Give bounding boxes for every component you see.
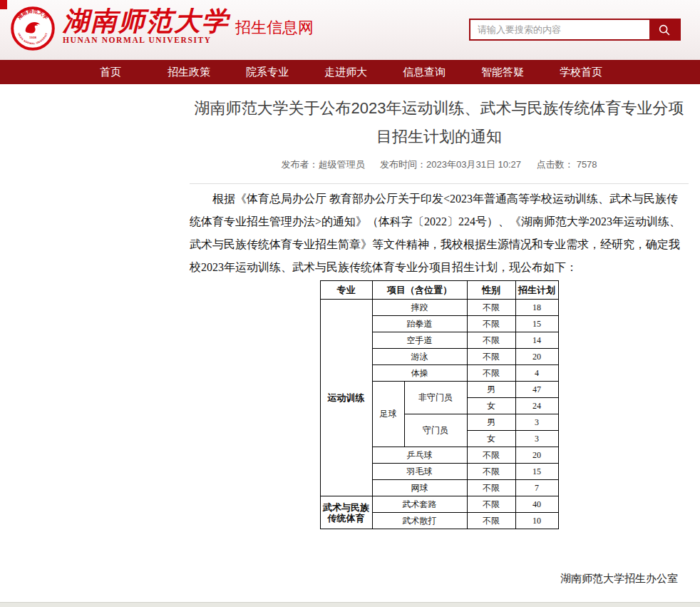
table-cell: 守门员 [404, 414, 467, 447]
table-cell: 网球 [372, 480, 467, 496]
table-row: 专业项目（含位置）性别招生计划 [320, 281, 558, 300]
table-cell: 不限 [467, 464, 515, 480]
table-cell: 不限 [467, 332, 515, 349]
publish-time: 发布时间：2023年03月31日 10:27 [380, 159, 521, 170]
table-header-cell: 招生计划 [515, 281, 558, 300]
table-header-cell: 性别 [467, 281, 515, 300]
nav-item-about[interactable]: 走进师大 [307, 60, 385, 84]
article: 湖南师范大学关于公布2023年运动训练、武术与民族传统体育专业分项目招生计划的通… [0, 94, 700, 607]
table-cell: 不限 [467, 447, 515, 464]
hits-count: 7578 [577, 159, 597, 170]
table-cell: 女 [467, 431, 515, 447]
table-cell: 18 [515, 300, 558, 316]
article-body: 根据《体育总局办公厅 教育部办公厅关于印发<2023年普通高等学校运动训练、武术… [190, 183, 689, 607]
nav-item-smart-qa[interactable]: 智能答疑 [463, 60, 542, 84]
table-cell: 20 [515, 447, 558, 464]
table-cell: 不限 [467, 513, 515, 529]
table-cell: 不限 [467, 316, 515, 332]
table-cell: 15 [515, 464, 558, 480]
university-name-english: HUNAN NORMAL UNIVERSITY [63, 36, 230, 44]
footer-band [0, 602, 700, 607]
table-cell: 摔跤 [372, 300, 467, 316]
nav-item-school-home[interactable]: 学校首页 [542, 60, 620, 84]
table-cell: 羽毛球 [372, 464, 467, 480]
table-cell: 武术与民族传统体育 [320, 496, 372, 529]
brand-text: 湖南师范大学 HUNAN NORMAL UNIVERSITY [63, 6, 230, 44]
nav-item-admission-policy[interactable]: 招生政策 [150, 60, 228, 84]
publisher: 发布者：超级管理员 [281, 159, 364, 170]
table-cell: 非守门员 [404, 382, 467, 414]
table-row: 武术与民族传统体育武术套路不限40 [320, 496, 558, 513]
table-row: 运动训练摔跤不限18 [320, 300, 558, 316]
article-content: 湖南师范大学关于公布2023年运动训练、武术与民族传统体育专业分项目招生计划的通… [190, 94, 689, 607]
main-nav: 首页 招生政策 院系专业 走进师大 信息查询 智能答疑 学校首页 [0, 60, 700, 84]
nav-item-departments[interactable]: 院系专业 [228, 60, 307, 84]
table-cell: 男 [467, 382, 515, 398]
table-cell: 游泳 [372, 349, 467, 365]
table-cell: 乒乓球 [372, 447, 467, 464]
university-name-calligraphy: 湖南师范大学 [63, 6, 230, 37]
table-cell: 20 [515, 349, 558, 365]
table-cell: 不限 [467, 300, 515, 316]
table-cell: 24 [515, 398, 558, 414]
table-cell: 40 [515, 496, 558, 513]
table-cell: 不限 [467, 496, 515, 513]
table-cell: 4 [515, 365, 558, 382]
site-header: 湖南师范大学 HUNAN NORMAL UNIVERSITY 1938 湖南师范… [0, 0, 700, 60]
table-cell: 体操 [372, 365, 467, 382]
page: 湖南师范大学 HUNAN NORMAL UNIVERSITY 1938 湖南师范… [0, 0, 700, 607]
table-cell: 武术散打 [372, 513, 467, 529]
table-cell: 男 [467, 414, 515, 431]
search-input[interactable] [470, 20, 649, 39]
search-icon [658, 24, 671, 36]
site-name: 招生信息网 [235, 17, 314, 39]
table-cell: 3 [515, 414, 558, 431]
nav-item-home[interactable]: 首页 [71, 60, 150, 84]
corner-decoration [0, 0, 7, 9]
table-cell: 47 [515, 382, 558, 398]
body-paragraph: 根据《体育总局办公厅 教育部办公厅关于印发<2023年普通高等学校运动训练、武术… [190, 188, 689, 279]
table-cell: 不限 [467, 365, 515, 382]
table-cell: 不限 [467, 349, 515, 365]
table-cell: 10 [515, 513, 558, 529]
hits-label: 点击数： [537, 159, 574, 170]
table-cell: 14 [515, 332, 558, 349]
plan-table: 专业项目（含位置）性别招生计划运动训练摔跤不限18跆拳道不限15空手道不限14游… [320, 280, 559, 529]
table-cell: 空手道 [372, 332, 467, 349]
search-bar [469, 19, 681, 41]
signature: 湖南师范大学招生办公室 [190, 572, 689, 586]
brand-logo[interactable]: 湖南师范大学 HUNAN NORMAL UNIVERSITY 1938 湖南师范… [10, 6, 314, 51]
page-title: 湖南师范大学关于公布2023年运动训练、武术与民族传统体育专业分项目招生计划的通… [190, 94, 689, 151]
university-seal-icon: 湖南师范大学 HUNAN NORMAL UNIVERSITY 1938 [10, 6, 56, 51]
table-cell: 3 [515, 431, 558, 447]
table-header-cell: 项目（含位置） [372, 281, 467, 300]
article-meta: 发布者：超级管理员 发布时间：2023年03月31日 10:27 点击数：757… [190, 158, 689, 171]
table-cell: 不限 [467, 480, 515, 496]
table-cell: 足球 [372, 382, 404, 447]
nav-item-info-query[interactable]: 信息查询 [385, 60, 463, 84]
table-cell: 运动训练 [320, 300, 372, 496]
table-cell: 跆拳道 [372, 316, 467, 332]
table-cell: 女 [467, 398, 515, 414]
svg-text:1938: 1938 [29, 36, 36, 39]
table-header-cell: 专业 [320, 281, 372, 300]
table-cell: 15 [515, 316, 558, 332]
table-cell: 7 [515, 480, 558, 496]
search-button[interactable] [649, 20, 679, 39]
table-cell: 武术套路 [372, 496, 467, 513]
